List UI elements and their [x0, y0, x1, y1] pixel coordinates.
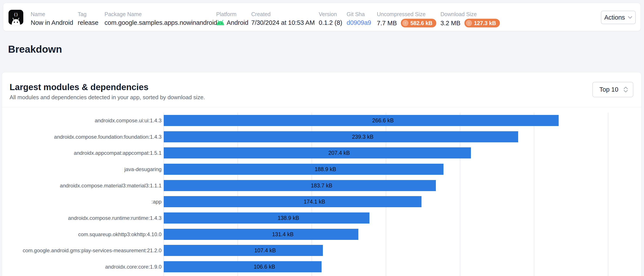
bar[interactable]: 207.4 kB	[164, 147, 471, 158]
field-download-size: Download Size 3.2 MB ↑ 127.3 kB	[440, 11, 500, 28]
size-delta-badge: ↑ 582.6 kB	[401, 19, 436, 28]
field-created: Created 7/30/2024 at 10:53 AM	[251, 11, 315, 26]
bar[interactable]: 174.1 kB	[164, 196, 422, 207]
field-package-name: Package Name com.google.samples.apps.now…	[104, 11, 217, 26]
app-icon: {}	[8, 10, 23, 24]
bar-value-label: 138.9 kB	[278, 215, 299, 221]
field-label: Package Name	[104, 11, 217, 17]
card-title: Largest modules & dependencies	[10, 82, 148, 92]
bar-row: androidx.compose.ui:ui:1.4.3266.6 kB	[2, 115, 642, 126]
chevron-down-icon	[628, 16, 632, 19]
field-label: Version	[319, 11, 342, 17]
bar[interactable]: 188.9 kB	[164, 164, 444, 175]
bar-row: java-desugaring188.9 kB	[2, 164, 642, 175]
bar-value-label: 131.4 kB	[272, 231, 294, 238]
top-count-value: Top 10	[599, 86, 623, 93]
svg-text:{}: {}	[14, 12, 18, 17]
arrow-up-icon: ↑	[466, 20, 472, 26]
bar-label: com.squareup.okhttp3:okhttp:4.10.0	[2, 229, 162, 240]
bar-row: androidx.compose.runtime:runtime:1.4.313…	[2, 212, 642, 224]
badge-value: 127.3 kB	[474, 19, 496, 27]
bar-value-label: 106.6 kB	[254, 264, 275, 270]
bar[interactable]: 107.4 kB	[164, 245, 323, 256]
bar-row: com.google.android.gms:play-services-mea…	[2, 245, 642, 256]
bar-value-label: 174.1 kB	[304, 198, 325, 205]
card-subtitle: All modules and dependencies detected in…	[10, 94, 205, 101]
field-value: 7.7 MB	[377, 19, 397, 27]
bar-label: java-desugaring	[2, 164, 162, 175]
app-header-bar: {} Name Now in Android Tag release Packa…	[3, 3, 641, 31]
field-label: Platform	[216, 11, 248, 17]
git-sha-link[interactable]: d0909a9	[346, 19, 371, 26]
bar-row: com.squareup.okhttp3:okhttp:4.10.0131.4 …	[2, 229, 642, 240]
bar-label: androidx.compose.foundation:foundation:1…	[2, 131, 162, 142]
field-version: Version 0.1.2 (8)	[319, 11, 342, 26]
bar-row: androidx.compose.foundation:foundation:1…	[2, 131, 642, 142]
bar-row: androidx.appcompat:appcompat:1.5.1207.4 …	[2, 147, 642, 158]
bar-value-label: 183.7 kB	[311, 182, 332, 189]
bar-label: androidx.appcompat:appcompat:1.5.1	[2, 147, 162, 158]
up-down-chevrons-icon	[623, 87, 628, 92]
bar-label: androidx.compose.ui:ui:1.4.3	[2, 115, 162, 126]
actions-button[interactable]: Actions	[601, 11, 636, 24]
bar[interactable]: 138.9 kB	[164, 212, 370, 224]
bar-label: androidx.compose.runtime:runtime:1.4.3	[2, 212, 162, 224]
bar-value-label: 266.6 kB	[372, 117, 394, 124]
field-value: Now in Android	[31, 19, 73, 26]
badge-value: 582.6 kB	[410, 19, 432, 27]
largest-modules-card: Largest modules & dependencies All modul…	[2, 72, 642, 276]
field-label: Git Sha	[346, 11, 371, 17]
field-platform: Platform Android	[216, 11, 248, 26]
field-tag: Tag release	[78, 11, 98, 26]
bar-value-label: 107.4 kB	[254, 247, 276, 254]
field-value: release	[78, 19, 98, 26]
bar-label: androidx.compose.material3:material3:1.1…	[2, 180, 162, 191]
bar-value-label: 239.3 kB	[352, 134, 374, 140]
field-label: Download Size	[440, 11, 500, 17]
bar[interactable]: 106.6 kB	[164, 261, 322, 272]
platform-value: Android	[227, 19, 248, 26]
field-value: com.google.samples.apps.nowinandroid	[104, 19, 217, 26]
field-label: Created	[251, 11, 315, 17]
bar-label: com.google.android.gms:play-services-mea…	[2, 245, 162, 256]
field-value: 0.1.2 (8)	[319, 19, 342, 26]
top-count-select[interactable]: Top 10	[592, 82, 633, 97]
field-label: Name	[31, 11, 73, 17]
bar-row: androidx.compose.material3:material3:1.1…	[2, 180, 642, 191]
bar[interactable]: 131.4 kB	[164, 229, 358, 240]
size-delta-badge: ↑ 127.3 kB	[464, 19, 500, 28]
bar-row: androidx.core:core:1.9.0106.6 kB	[2, 261, 642, 272]
bar[interactable]: 266.6 kB	[164, 115, 559, 126]
field-value: Android	[216, 19, 248, 26]
bar-label: :app	[2, 196, 162, 207]
field-uncompressed-size: Uncompressed Size 7.7 MB ↑ 582.6 kB	[377, 11, 436, 28]
bar-value-label: 207.4 kB	[328, 150, 350, 156]
bar-chart: androidx.compose.ui:ui:1.4.3266.6 kBandr…	[2, 113, 642, 276]
bar-label: androidx.core:core:1.9.0	[2, 261, 162, 272]
bar-value-label: 188.9 kB	[314, 166, 336, 172]
field-value: 7/30/2024 at 10:53 AM	[251, 19, 315, 26]
field-name: Name Now in Android	[31, 11, 73, 26]
card-header: Largest modules & dependencies All modul…	[2, 72, 641, 107]
bar[interactable]: 183.7 kB	[164, 180, 436, 191]
page: {} Name Now in Android Tag release Packa…	[0, 0, 644, 276]
field-git-sha: Git Sha d0909a9	[346, 11, 371, 26]
arrow-up-icon: ↑	[402, 20, 408, 26]
field-label: Tag	[78, 11, 98, 17]
actions-button-label: Actions	[604, 14, 625, 21]
field-label: Uncompressed Size	[377, 11, 436, 17]
page-title: Breakdown	[8, 44, 62, 55]
bar-row: :app174.1 kB	[2, 196, 642, 207]
field-value: 3.2 MB	[440, 19, 460, 27]
bar[interactable]: 239.3 kB	[164, 131, 518, 142]
android-icon	[216, 20, 224, 26]
